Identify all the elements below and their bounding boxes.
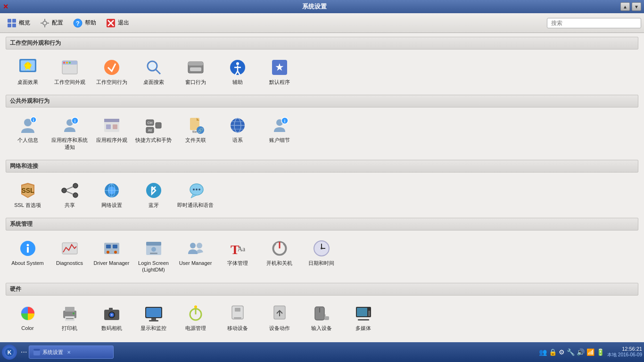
item-user-manager[interactable]: User Manager — [175, 236, 215, 276]
item-network-settings[interactable]: 网络设置 — [91, 178, 132, 211]
svg-line-25 — [156, 69, 160, 74]
overview-button[interactable]: 概览 — [3, 16, 34, 30]
item-workspace-behavior[interactable]: 工作空间行为 — [91, 55, 132, 88]
users-tray-icon[interactable]: 👥 — [539, 348, 547, 356]
item-file-assoc[interactable]: file🔗文件关联 — [175, 113, 215, 153]
lock-tray-icon[interactable]: 🔒 — [549, 348, 557, 356]
svg-point-20 — [63, 62, 65, 64]
item-personal-info[interactable]: i个人信息 — [8, 113, 48, 153]
close-icon[interactable]: ✕ — [3, 3, 8, 10]
item-multimedia[interactable]: 多媒体 — [343, 301, 383, 334]
main-content: 工作空间外观和行为桌面效果工作空间外观工作空间行为桌面搜索窗口行为辅助★默认程序… — [0, 33, 644, 342]
item-color[interactable]: Color — [8, 301, 48, 334]
item-datetime[interactable]: 日期和时间 — [301, 236, 341, 276]
item-shortcuts[interactable]: CtrlAlt快捷方式和手势 — [133, 113, 173, 153]
item-font-mgmt[interactable]: TAa字体管理 — [217, 236, 257, 276]
item-app-notify[interactable]: i应用程序和系统通知 — [50, 113, 90, 153]
startup-shutdown-icon — [270, 239, 289, 258]
item-workspace-appearance[interactable]: 工作空间外观 — [50, 55, 90, 88]
settings-tray-icon[interactable]: ⚙ — [559, 348, 565, 356]
item-login-screen[interactable]: Login Screen (LightDM) — [133, 236, 173, 276]
desktop-search-label: 桌面搜索 — [143, 79, 164, 85]
svg-text:K: K — [8, 349, 12, 356]
svg-rect-96 — [150, 253, 157, 254]
item-startup-shutdown[interactable]: 开机和关机 — [259, 236, 299, 276]
driver-manager-label: Driver Manager — [94, 260, 130, 266]
about-system-label: About System — [11, 260, 43, 266]
svg-rect-90 — [113, 245, 117, 248]
item-default-apps[interactable]: ★默认程序 — [259, 55, 299, 88]
file-assoc-icon: file🔗 — [186, 116, 205, 135]
taskbar-window-close[interactable]: ✕ — [67, 350, 71, 355]
item-driver-manager[interactable]: Driver Manager — [91, 236, 132, 276]
quit-icon — [106, 18, 116, 28]
item-im-voip[interactable]: 即时通讯和语音 — [175, 178, 215, 211]
item-display[interactable]: 显示和监控 — [133, 301, 173, 334]
config-icon — [40, 18, 50, 28]
desktop-search-icon — [144, 58, 163, 77]
tools-tray-icon[interactable]: 🔧 — [567, 348, 575, 356]
item-camera[interactable]: 数码相机 — [91, 301, 132, 334]
removable-label: 移动设备 — [227, 325, 248, 331]
scroll-up-btn[interactable]: ▲ — [620, 2, 630, 11]
section-items-hardware: Color打印机数码相机显示和监控电源管理移动设备设备动作输入设备多媒体 — [6, 297, 638, 338]
maximize-btn[interactable]: ▼ — [632, 2, 641, 11]
power-icon — [186, 304, 205, 323]
item-printer[interactable]: 打印机 — [50, 301, 90, 334]
item-diagnostics[interactable]: Diagnostics — [50, 236, 90, 276]
item-power[interactable]: 电源管理 — [175, 301, 215, 334]
item-removable[interactable]: 移动设备 — [217, 301, 257, 334]
item-desktop-effects[interactable]: 桌面效果 — [8, 55, 48, 88]
wifi-tray-icon[interactable]: 📶 — [586, 348, 594, 356]
volume-tray-icon[interactable]: 🔊 — [577, 348, 585, 356]
search-input[interactable] — [547, 18, 641, 28]
item-device-actions[interactable]: 设备动作 — [259, 301, 299, 334]
battery-tray-icon[interactable]: 🔋 — [596, 348, 604, 356]
title-bar-controls: ▲ ▼ — [620, 2, 641, 11]
item-input-devices[interactable]: 输入设备 — [301, 301, 341, 334]
ssl-label: SSL 首选项 — [14, 202, 41, 208]
taskbar-window-item[interactable]: 系统设置 ✕ — [29, 346, 114, 359]
svg-point-77 — [146, 183, 161, 198]
item-account-details[interactable]: i账户细节 — [259, 113, 299, 153]
svg-rect-0 — [8, 19, 11, 23]
quit-button[interactable]: 退出 — [102, 16, 133, 30]
window-title: 系统设置 — [302, 2, 327, 11]
svg-rect-120 — [149, 320, 158, 321]
section-hardware: 硬件Color打印机数码相机显示和监控电源管理移动设备设备动作输入设备多媒体 — [6, 283, 638, 338]
svg-marker-80 — [191, 194, 197, 198]
help-button[interactable]: ? 帮助 — [69, 16, 100, 30]
diagnostics-label: Diagnostics — [56, 260, 83, 266]
svg-rect-119 — [151, 318, 156, 320]
desktop-effects-label: 桌面效果 — [17, 79, 38, 85]
about-system-icon — [18, 239, 37, 258]
startup-shutdown-label: 开机和关机 — [266, 260, 292, 266]
item-accessibility[interactable]: 辅助 — [217, 55, 257, 88]
item-bluetooth[interactable]: 蓝牙 — [133, 178, 173, 211]
login-screen-label: Login Screen (LightDM) — [135, 260, 172, 273]
item-app-appearance[interactable]: 应用程序外观 — [91, 113, 132, 153]
network-settings-label: 网络设置 — [101, 202, 122, 208]
taskbar-dots[interactable]: ··· — [21, 348, 27, 356]
section-common: 公共外观和行为i个人信息i应用程序和系统通知应用程序外观CtrlAlt快捷方式和… — [6, 95, 638, 157]
default-apps-label: 默认程序 — [269, 79, 290, 85]
start-button[interactable]: K — [2, 345, 17, 360]
ssl-icon: SSL — [18, 181, 37, 200]
item-window-behavior[interactable]: 窗口行为 — [175, 55, 215, 88]
item-about-system[interactable]: About System — [8, 236, 48, 276]
config-button[interactable]: 配置 — [36, 16, 67, 30]
shortcuts-icon: CtrlAlt — [144, 116, 163, 135]
item-locale[interactable]: 语系 — [217, 113, 257, 153]
svg-rect-47 — [113, 124, 117, 129]
svg-rect-136 — [358, 319, 369, 321]
svg-text:i: i — [284, 119, 285, 123]
svg-rect-126 — [234, 317, 241, 319]
app-notify-label: 应用程序和系统通知 — [51, 137, 88, 150]
sharing-icon — [60, 181, 79, 200]
workspace-appearance-icon — [60, 58, 79, 77]
item-sharing[interactable]: 共享 — [50, 178, 90, 211]
multimedia-label: 多媒体 — [355, 325, 371, 331]
im-voip-label: 即时通讯和语音 — [177, 202, 214, 208]
item-ssl[interactable]: SSLSSL 首选项 — [8, 178, 48, 211]
item-desktop-search[interactable]: 桌面搜索 — [133, 55, 173, 88]
